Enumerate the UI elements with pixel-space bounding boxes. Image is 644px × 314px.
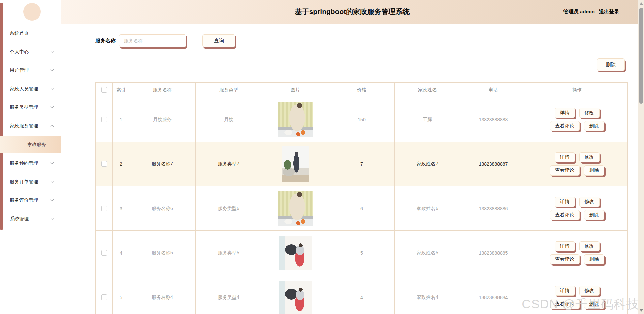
cell-actions: 详情修改查看评论删除 bbox=[526, 97, 628, 142]
column-header: 操作 bbox=[526, 83, 628, 97]
column-header: 服务名称 bbox=[129, 83, 196, 97]
sidebar-item-service-type-management[interactable]: 服务类型管理 bbox=[0, 98, 61, 117]
cell-service-name: 服务名称6 bbox=[129, 186, 196, 231]
view-comments-button[interactable]: 查看评论 bbox=[550, 299, 580, 309]
view-comments-button[interactable]: 查看评论 bbox=[550, 165, 580, 176]
cell-index: 1 bbox=[113, 97, 129, 142]
cell-service-name: 服务名称5 bbox=[129, 231, 196, 275]
edit-button[interactable]: 修改 bbox=[579, 197, 600, 207]
sidebar-item-service-review-management[interactable]: 服务评价管理 bbox=[0, 191, 61, 210]
sidebar-item-user-management[interactable]: 用户管理 bbox=[0, 61, 61, 80]
cell-actions: 详情修改查看评论删除 bbox=[526, 186, 628, 231]
edit-button[interactable]: 修改 bbox=[579, 108, 600, 118]
chevron-down-icon bbox=[51, 180, 54, 183]
query-button[interactable]: 查询 bbox=[202, 34, 235, 47]
sidebar-item-service-order-management[interactable]: 服务订单管理 bbox=[0, 172, 61, 191]
edit-button[interactable]: 修改 bbox=[579, 241, 600, 251]
service-image bbox=[278, 191, 313, 226]
avatar bbox=[23, 3, 41, 21]
service-image bbox=[279, 281, 312, 314]
cell-service-type: 服务类型5 bbox=[196, 231, 262, 275]
cell-service-type: 服务类型7 bbox=[196, 142, 262, 186]
detail-button[interactable]: 详情 bbox=[555, 152, 575, 162]
page-scrollbar[interactable] bbox=[638, 0, 644, 314]
sidebar-item-system-management[interactable]: 系统管理 bbox=[0, 210, 61, 228]
delete-row-button[interactable]: 删除 bbox=[584, 299, 604, 309]
detail-button[interactable]: 详情 bbox=[555, 286, 575, 296]
scrollbar-thumb[interactable] bbox=[639, 8, 643, 104]
row-select-cell bbox=[96, 231, 113, 275]
delete-row-button[interactable]: 删除 bbox=[584, 165, 604, 176]
sidebar-item-label: 服务订单管理 bbox=[10, 179, 51, 185]
chevron-down-icon bbox=[51, 217, 54, 220]
row-checkbox[interactable] bbox=[101, 161, 107, 167]
sidebar-item-home[interactable]: 系统首页 bbox=[0, 24, 61, 42]
cell-service-type: 服务类型6 bbox=[196, 186, 262, 231]
content-area: 服务名称 查询 删除 bbox=[61, 24, 644, 314]
delete-row-button[interactable]: 删除 bbox=[584, 121, 604, 131]
view-comments-button[interactable]: 查看评论 bbox=[550, 210, 580, 220]
column-header: 索引 bbox=[113, 83, 129, 97]
row-checkbox[interactable] bbox=[101, 294, 107, 300]
cell-price: 7 bbox=[329, 142, 395, 186]
delete-button[interactable]: 删除 bbox=[597, 58, 625, 71]
sidebar-item-housekeeping-service-management[interactable]: 家政服务管理 bbox=[0, 117, 61, 135]
search-input[interactable] bbox=[119, 34, 186, 47]
scrollbar-up-arrow-icon[interactable] bbox=[640, 2, 643, 5]
delete-row-button[interactable]: 删除 bbox=[584, 210, 604, 220]
view-comments-button[interactable]: 查看评论 bbox=[550, 254, 580, 264]
table-header-row: 索引服务名称服务类型图片价格家政姓名电话操作 bbox=[96, 83, 628, 97]
service-image bbox=[282, 146, 309, 182]
column-header: 价格 bbox=[329, 83, 395, 97]
main-area: 基于springboot的家政服务管理系统 管理员 admin 退出登录 服务名… bbox=[61, 0, 644, 314]
select-all-checkbox[interactable] bbox=[101, 87, 107, 93]
edit-button[interactable]: 修改 bbox=[579, 152, 600, 162]
service-image bbox=[279, 236, 312, 270]
logout-link[interactable]: 退出登录 bbox=[599, 9, 619, 15]
chevron-down-icon bbox=[51, 161, 54, 164]
sidebar-item-housekeeping-service[interactable]: 家政服务 bbox=[0, 136, 61, 153]
column-header: 电话 bbox=[460, 83, 526, 97]
delete-row-button[interactable]: 删除 bbox=[584, 254, 604, 264]
cell-actions: 详情修改查看评论删除 bbox=[526, 275, 628, 314]
detail-button[interactable]: 详情 bbox=[555, 108, 575, 118]
cell-price: 6 bbox=[329, 186, 395, 231]
services-table: 索引服务名称服务类型图片价格家政姓名电话操作 1月嫂服务月嫂150王辉13823… bbox=[95, 82, 627, 314]
sidebar-item-personal-center[interactable]: 个人中心 bbox=[0, 42, 61, 61]
sidebar-item-label: 用户管理 bbox=[10, 67, 51, 73]
cell-index: 4 bbox=[113, 231, 129, 275]
cell-person-name: 家政姓名4 bbox=[395, 275, 460, 314]
row-select-cell bbox=[96, 142, 113, 186]
sidebar-menu: 系统首页 个人中心 用户管理 家政人员管理 服务类型管理 家政服务管理 家政服务… bbox=[0, 24, 61, 228]
page-title: 基于springboot的家政服务管理系统 bbox=[61, 0, 644, 24]
cell-phone: 13823888888 bbox=[460, 97, 526, 142]
sidebar-item-label: 服务类型管理 bbox=[10, 104, 51, 111]
view-comments-button[interactable]: 查看评论 bbox=[550, 121, 580, 131]
sidebar-item-label: 家政服务管理 bbox=[10, 123, 51, 129]
cell-service-name: 服务名称4 bbox=[129, 275, 196, 314]
table-row: 1月嫂服务月嫂150王辉13823888888详情修改查看评论删除 bbox=[96, 97, 628, 142]
chevron-up-icon bbox=[51, 125, 54, 128]
sidebar-item-label: 个人中心 bbox=[10, 49, 51, 55]
cell-phone: 13823888885 bbox=[460, 231, 526, 275]
row-checkbox[interactable] bbox=[101, 117, 107, 122]
chevron-down-icon bbox=[51, 105, 54, 108]
cell-image bbox=[262, 231, 329, 275]
sidebar-item-label: 服务预约管理 bbox=[10, 160, 51, 166]
detail-button[interactable]: 详情 bbox=[555, 197, 575, 207]
app-root: 系统首页 个人中心 用户管理 家政人员管理 服务类型管理 家政服务管理 家政服务… bbox=[0, 0, 644, 314]
scrollbar-down-arrow-icon[interactable] bbox=[640, 309, 643, 312]
sidebar-item-housekeeper-management[interactable]: 家政人员管理 bbox=[0, 80, 61, 98]
cell-index: 5 bbox=[113, 275, 129, 314]
detail-button[interactable]: 详情 bbox=[555, 241, 575, 251]
cell-index: 3 bbox=[113, 186, 129, 231]
sidebar: 系统首页 个人中心 用户管理 家政人员管理 服务类型管理 家政服务管理 家政服务… bbox=[0, 0, 61, 314]
row-checkbox[interactable] bbox=[101, 250, 107, 256]
sidebar-item-service-booking-management[interactable]: 服务预约管理 bbox=[0, 154, 61, 172]
sidebar-subitem-label: 家政服务 bbox=[27, 142, 46, 148]
edit-button[interactable]: 修改 bbox=[579, 286, 600, 296]
cell-service-name: 服务名称7 bbox=[129, 142, 196, 186]
row-checkbox[interactable] bbox=[101, 206, 107, 211]
row-select-cell bbox=[96, 97, 113, 142]
cell-service-name: 月嫂服务 bbox=[129, 97, 196, 142]
